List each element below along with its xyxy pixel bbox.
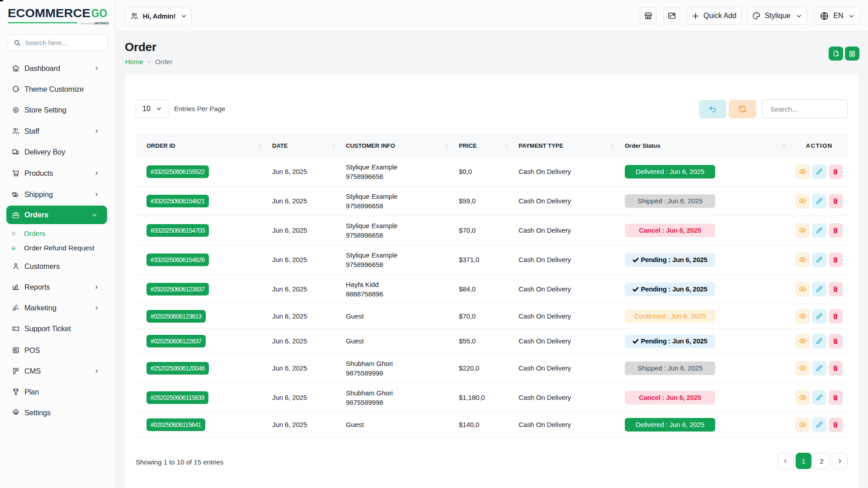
svg-text:ECOMMERCE: ECOMMERCE (8, 7, 90, 19)
svg-text:Powered By: Powered By (80, 22, 96, 25)
svg-text:GO: GO (91, 7, 107, 19)
svg-text:O: O (104, 21, 107, 25)
